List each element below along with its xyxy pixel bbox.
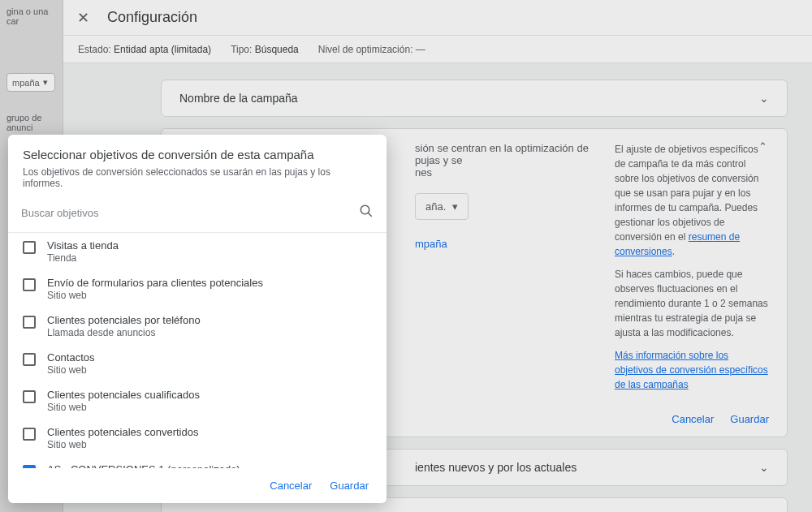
status-opt: Nivel de optimización: —: [318, 44, 425, 55]
chevron-down-icon: ⌄: [759, 461, 769, 474]
save-button[interactable]: Guardar: [330, 480, 369, 492]
checkbox[interactable]: [23, 428, 36, 441]
goal-item[interactable]: Envío de formularios para clientes poten…: [8, 270, 383, 308]
close-icon[interactable]: ✕: [73, 8, 93, 28]
goal-title: Contactos: [47, 351, 95, 364]
goal-item[interactable]: ContactosSitio web: [8, 345, 383, 382]
checkbox[interactable]: [23, 316, 36, 329]
search-icon[interactable]: [359, 204, 374, 222]
page-title: Configuración: [107, 9, 197, 26]
mas-info-link[interactable]: Más información sobre los objetivos de c…: [615, 350, 768, 390]
goal-title: Clientes potenciales cualificados: [47, 389, 200, 401]
goal-item[interactable]: AS - CONVERSIONES 1 (personalizado)Sitio…: [8, 457, 383, 468]
select-value: aña.: [425, 200, 446, 213]
campaign-link[interactable]: mpaña: [415, 238, 447, 250]
help-text: El ajuste de objetivos específicos de ca…: [615, 144, 758, 243]
chevron-down-icon: ▾: [43, 77, 48, 88]
goal-title: Clientes potenciales por teléfono: [47, 314, 201, 326]
chevron-up-icon[interactable]: ⌃: [758, 140, 767, 153]
nav-dropdown[interactable]: mpaña ▾: [6, 73, 55, 92]
card-label: Nombre de la campaña: [179, 92, 298, 105]
goal-title: Envío de formularios para clientes poten…: [47, 277, 263, 289]
nav-text: grupo de anunci: [6, 113, 56, 132]
status-estado: Estado: Entidad apta (limitada): [78, 44, 211, 55]
goal-item[interactable]: Clientes potenciales cualificadosSitio w…: [8, 382, 383, 419]
modal-subtitle: Los objetivos de conversión seleccionado…: [23, 166, 372, 189]
status-bar: Estado: Entidad apta (limitada) Tipo: Bú…: [63, 36, 812, 63]
modal-title: Seleccionar objetivos de conversión de e…: [23, 148, 372, 161]
search-row: [8, 197, 387, 233]
goal-source: Sitio web: [47, 290, 263, 301]
svg-line-1: [368, 213, 372, 217]
goal-source: Sitio web: [47, 402, 200, 413]
checkbox[interactable]: [23, 241, 36, 254]
goal-item[interactable]: Clientes potenciales por teléfonoLlamada…: [8, 308, 383, 345]
goal-item[interactable]: Visitas a tiendaTienda: [8, 233, 383, 270]
checkbox[interactable]: [23, 353, 36, 366]
svg-point-0: [361, 205, 369, 214]
help-text: Si haces cambios, puede que observes flu…: [615, 267, 769, 340]
search-input[interactable]: [21, 202, 359, 224]
select-goals-modal: Seleccionar objetivos de conversión de e…: [8, 135, 387, 503]
status-tipo: Tipo: Búsqueda: [231, 44, 299, 55]
save-button[interactable]: Guardar: [730, 413, 769, 425]
goal-dropdown[interactable]: aña. ▾: [415, 193, 469, 220]
help-panel: El ajuste de objetivos específicos de ca…: [615, 142, 769, 392]
chevron-down-icon: ⌄: [759, 92, 769, 105]
goal-title: Visitas a tienda: [47, 239, 119, 252]
card-campaign-name[interactable]: Nombre de la campaña ⌄: [161, 80, 788, 117]
header: ✕ Configuración: [63, 0, 812, 36]
goal-item[interactable]: Clientes potenciales convertidosSitio we…: [8, 419, 383, 457]
goal-source: Sitio web: [47, 439, 198, 450]
cancel-button[interactable]: Cancelar: [672, 413, 714, 425]
goal-source: Sitio web: [47, 364, 95, 376]
goal-source: Llamada desde anuncios: [47, 327, 201, 338]
cancel-button[interactable]: Cancelar: [270, 480, 312, 492]
goals-list: Visitas a tiendaTiendaEnvío de formulari…: [8, 233, 387, 468]
goal-title: Clientes potenciales convertidos: [47, 426, 198, 438]
nav-text: gina o una car: [6, 6, 56, 26]
nav-dropdown-label: mpaña: [12, 78, 40, 88]
checkbox[interactable]: [23, 278, 36, 291]
modal-header: Seleccionar objetivos de conversión de e…: [8, 135, 387, 197]
goal-source: Tienda: [47, 252, 119, 264]
modal-actions: Cancelar Guardar: [8, 468, 387, 503]
checkbox[interactable]: [23, 390, 36, 403]
chevron-down-icon: ▾: [452, 200, 458, 213]
